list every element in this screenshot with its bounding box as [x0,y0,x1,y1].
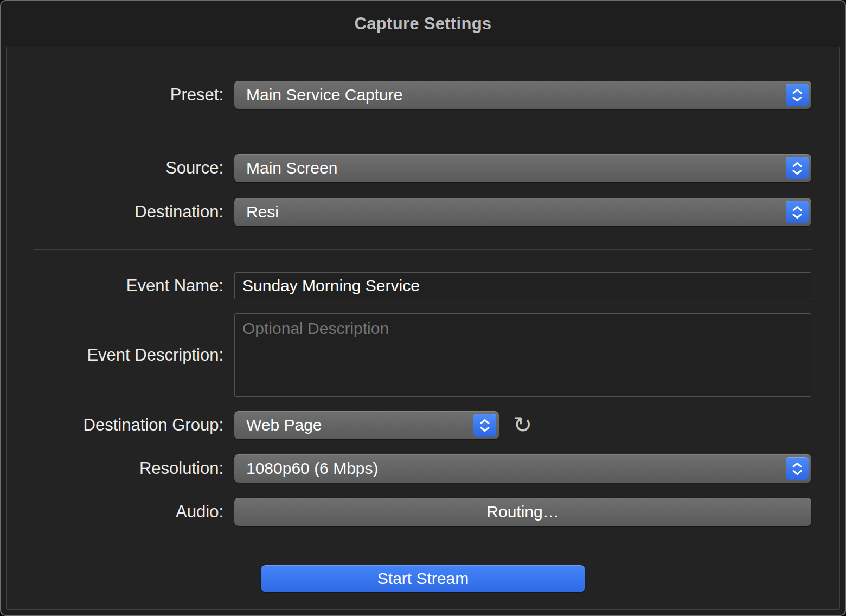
destination-label: Destination: [7,202,223,222]
destination-group-label: Destination Group: [7,415,223,435]
destination-group-value: Web Page [246,416,322,434]
separator [34,130,812,130]
refresh-destination-group-button[interactable]: ↻ [513,414,532,437]
resolution-label: Resolution: [7,459,223,478]
destination-group-row: Destination Group: Web Page ↻ [7,411,839,439]
preset-label: Preset: [7,85,223,105]
event-description-textarea[interactable] [234,313,811,397]
resolution-value: 1080p60 (6 Mbps) [246,459,379,478]
event-name-row: Event Name: [7,272,839,299]
event-name-input[interactable] [234,272,811,299]
source-select[interactable]: Main Screen [234,154,811,182]
preset-value: Main Service Capture [246,86,402,104]
destination-value: Resi [246,203,279,221]
source-label: Source: [7,158,223,178]
destination-select[interactable]: Resi [234,198,811,226]
preset-select[interactable]: Main Service Capture [234,81,811,109]
audio-row: Audio: Routing… [7,498,839,526]
source-value: Main Screen [246,159,337,177]
source-row: Source: Main Screen [7,154,839,182]
audio-routing-button[interactable]: Routing… [234,498,811,526]
chevron-up-down-icon [786,457,809,480]
chevron-up-down-icon [786,201,809,223]
refresh-icon: ↻ [513,412,532,438]
window-title: Capture Settings [355,14,492,34]
audio-label: Audio: [7,502,223,522]
destination-group-select[interactable]: Web Page [234,411,499,439]
chevron-up-down-icon [786,157,809,179]
destination-row: Destination: Resi [7,198,839,226]
capture-settings-window: Capture Settings Preset: Main Service Ca… [0,0,846,616]
chevron-up-down-icon [786,84,809,106]
resolution-select[interactable]: 1080p60 (6 Mbps) [234,454,811,483]
chevron-up-down-icon [473,414,496,437]
settings-panel: Preset: Main Service Capture Source: Mai… [6,47,840,610]
destination-group-controls: Web Page ↻ [234,411,811,439]
event-name-label: Event Name: [7,276,223,296]
footer: Start Stream [7,565,839,592]
titlebar: Capture Settings [1,1,845,47]
event-description-label: Event Description: [7,345,223,365]
event-description-row: Event Description: [7,313,839,397]
resolution-row: Resolution: 1080p60 (6 Mbps) [7,454,839,483]
preset-row: Preset: Main Service Capture [7,81,839,109]
start-stream-button[interactable]: Start Stream [261,565,585,592]
separator [7,538,839,538]
separator [34,249,812,250]
